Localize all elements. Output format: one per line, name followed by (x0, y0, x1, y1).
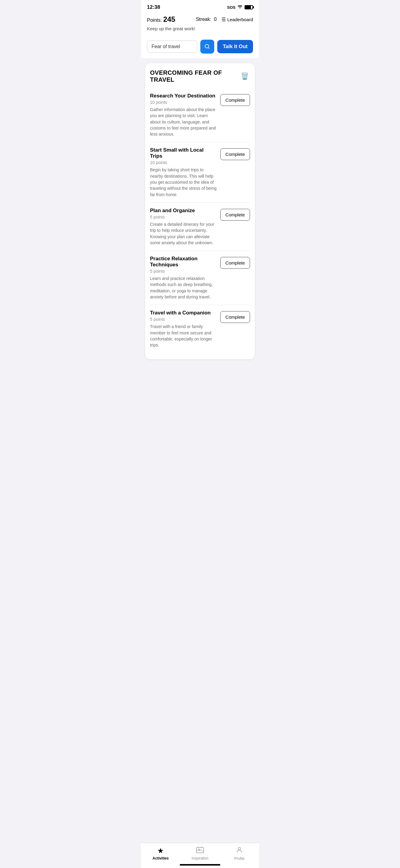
activity-item: Practice Relaxation Techniques 5 points … (150, 251, 250, 305)
search-button[interactable] (200, 40, 214, 54)
activity-content: Research Your Destination 10 points Gath… (150, 93, 217, 137)
delete-button[interactable]: 🗑️ (239, 71, 250, 82)
card-title: OVERCOMING FEAR OF TRAVEL (150, 69, 239, 83)
activity-points: 5 points (150, 215, 217, 219)
nav-inspiration[interactable]: Inspiration (180, 846, 220, 861)
status-bar: 12:38 SOS (141, 0, 259, 13)
wifi-icon (237, 5, 243, 10)
activity-description: Gather information about the place you a… (150, 106, 217, 137)
activity-description: Begin by taking short trips to nearby de… (150, 167, 217, 197)
complete-button[interactable]: Complete (220, 311, 250, 323)
activity-points: 10 points (150, 160, 217, 165)
search-input-wrapper[interactable] (147, 40, 197, 53)
leaderboard-button[interactable]: ☰ Leaderboard (222, 17, 253, 22)
star-icon: ★ (157, 846, 164, 855)
nav-activities-label: Activities (152, 856, 169, 861)
streak-leaderboard-section: Streak: 0 ☰ Leaderboard (196, 17, 253, 22)
leaderboard-icon: ☰ (222, 17, 226, 22)
nav-profile-label: Profile (234, 857, 245, 861)
activities-list: Research Your Destination 10 points Gath… (150, 88, 250, 353)
nav-activities[interactable]: ★ Activities (141, 846, 180, 861)
activity-item: Plan and Organize 5 points Create a deta… (150, 203, 250, 251)
activity-title: Research Your Destination (150, 93, 217, 99)
activity-title: Start Small with Local Trips (150, 147, 217, 159)
activity-card: OVERCOMING FEAR OF TRAVEL 🗑️ Research Yo… (145, 63, 255, 359)
status-time: 12:38 (147, 4, 160, 10)
talk-it-out-button[interactable]: Talk It Out (217, 40, 253, 53)
activity-title: Travel with a Companion (150, 310, 217, 316)
trash-icon: 🗑️ (240, 72, 249, 80)
nav-profile[interactable]: Profile (220, 846, 259, 861)
points-streak-row: Points: 245 Streak: 0 ☰ Leaderboard (147, 15, 253, 24)
activity-title: Plan and Organize (150, 208, 217, 214)
nav-inspiration-label: Inspiration (192, 856, 208, 861)
activity-content: Travel with a Companion 5 points Travel … (150, 310, 217, 348)
photo-icon (196, 846, 204, 855)
complete-button[interactable]: Complete (220, 209, 250, 221)
points-section: Points: 245 (147, 15, 175, 24)
complete-button[interactable]: Complete (220, 94, 250, 106)
activity-points: 5 points (150, 269, 217, 274)
battery-icon (245, 5, 253, 9)
search-icon (204, 43, 210, 50)
home-indicator (180, 864, 220, 866)
points-value: 245 (163, 15, 175, 23)
activity-description: Travel with a friend or family member to… (150, 323, 217, 348)
complete-button[interactable]: Complete (220, 257, 250, 269)
activity-content: Plan and Organize 5 points Create a deta… (150, 208, 217, 246)
search-input[interactable] (151, 44, 193, 49)
points-label: Points: (147, 18, 162, 23)
person-icon (236, 846, 243, 855)
leaderboard-label: Leaderboard (227, 17, 253, 22)
activity-content: Practice Relaxation Techniques 5 points … (150, 256, 217, 300)
activity-item: Research Your Destination 10 points Gath… (150, 88, 250, 142)
card-header: OVERCOMING FEAR OF TRAVEL 🗑️ (150, 69, 250, 83)
activity-points: 5 points (150, 317, 217, 322)
search-row: Talk It Out (141, 40, 259, 58)
activity-item: Travel with a Companion 5 points Travel … (150, 305, 250, 353)
sos-label: SOS (227, 5, 235, 10)
svg-point-2 (238, 847, 240, 850)
motivation-text: Keep up the great work! (147, 26, 253, 31)
streak-text: Streak: 0 (196, 17, 217, 22)
complete-button[interactable]: Complete (220, 148, 250, 160)
activity-description: Create a detailed itinerary for your tri… (150, 221, 217, 246)
status-icons: SOS (227, 5, 253, 10)
activity-points: 10 points (150, 100, 217, 105)
activity-title: Practice Relaxation Techniques (150, 256, 217, 268)
activity-description: Learn and practice relaxation methods su… (150, 275, 217, 300)
activity-content: Start Small with Local Trips 10 points B… (150, 147, 217, 197)
header: Points: 245 Streak: 0 ☰ Leaderboard Keep… (141, 13, 259, 40)
activity-item: Start Small with Local Trips 10 points B… (150, 142, 250, 202)
